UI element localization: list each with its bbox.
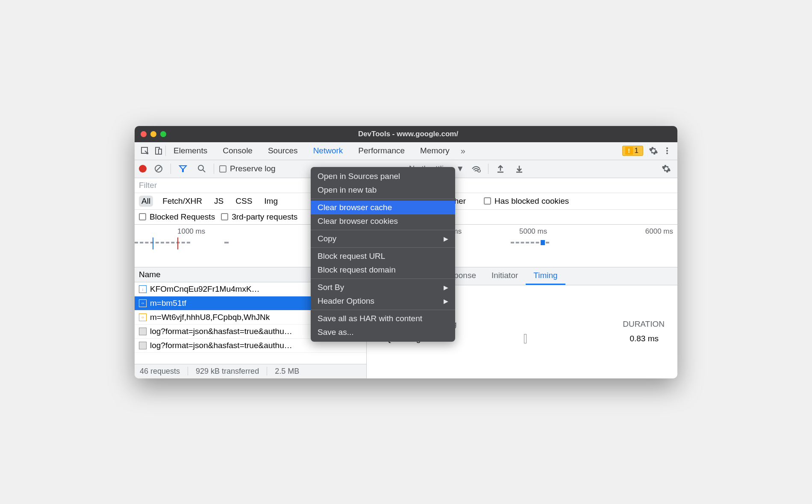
devtools-window: DevTools - www.google.com/ Elements Cons… [135,126,677,378]
blocked-requests-checkbox[interactable] [139,213,146,220]
preserve-log-label: Preserve log [230,164,276,173]
minimize-window-button[interactable] [150,131,156,137]
ctx-save-as[interactable]: Save as... [311,325,455,339]
ctx-clear-cookies[interactable]: Clear browser cookies [311,214,455,228]
subtab-timing[interactable]: Timing [526,267,565,285]
more-tabs-button[interactable]: » [457,146,469,156]
status-transferred: 929 kB transferred [196,367,259,376]
record-button[interactable] [139,165,147,173]
status-requests: 46 requests [140,367,180,376]
ctx-open-sources[interactable]: Open in Sources panel [311,170,455,183]
network-settings-icon[interactable] [659,162,673,176]
svg-line-7 [156,167,161,171]
preserve-log-checkbox[interactable] [219,165,227,173]
filter-img[interactable]: Img [262,196,280,207]
main-tabs: Elements Console Sources Network Perform… [135,142,677,160]
preserve-log-option[interactable]: Preserve log [219,164,276,173]
timing-queue-time: 0.83 ms [630,334,659,343]
svg-line-9 [203,170,205,172]
queueing-bar [524,334,527,343]
ctx-clear-cache[interactable]: Clear browser cache [311,201,455,214]
traffic-lights [141,131,166,137]
filter-js[interactable]: JS [212,196,226,207]
timing-duration-label: DURATION [623,319,665,329]
warnings-badge[interactable]: ! 1 [622,146,643,156]
device-toolbar-icon[interactable] [152,144,165,158]
chevron-right-icon: ▶ [444,284,448,291]
maximize-window-button[interactable] [160,131,166,137]
timeline-mark-6: 6000 ms [645,227,673,236]
status-bar: 46 requests 929 kB transferred 2.5 MB [135,364,366,378]
has-blocked-cookies-option[interactable]: Has blocked cookies [484,196,569,206]
script-file-icon: ‹› [139,314,147,321]
tab-performance[interactable]: Performance [350,142,412,160]
filter-fetch-xhr[interactable]: Fetch/XHR [160,196,205,207]
filter-css[interactable]: CSS [233,196,255,207]
chevron-right-icon: ▶ [444,298,448,305]
clear-icon[interactable] [152,162,165,176]
inspect-icon[interactable] [138,144,152,158]
blocked-requests-label: Blocked Requests [150,212,215,222]
svg-point-3 [666,147,668,149]
warning-count: 1 [635,147,638,155]
request-name: m=Wt6vjf,hhhU8,FCpbqb,WhJNk [150,313,270,322]
svg-point-10 [478,170,480,172]
svg-rect-2 [159,149,162,154]
request-name: log?format=json&hasfast=true&authu… [150,327,292,336]
thirdparty-option[interactable]: 3rd-party requests [221,212,297,222]
font-file-icon: ↓ [139,285,147,293]
xhr-file-icon [139,342,147,349]
tab-console[interactable]: Console [215,142,260,160]
ctx-block-url[interactable]: Block request URL [311,249,455,263]
search-icon[interactable] [195,162,209,176]
blocked-cookies-label: Has blocked cookies [494,196,569,206]
request-name: m=bm51tf [150,299,186,308]
ctx-sort-by[interactable]: Sort By▶ [311,281,455,294]
settings-icon[interactable] [647,144,660,158]
status-resources: 2.5 MB [275,367,299,376]
tab-network[interactable]: Network [306,142,351,160]
ctx-save-har[interactable]: Save all as HAR with content [311,312,455,325]
subtab-initiator[interactable]: Initiator [484,267,526,285]
ctx-header-options[interactable]: Header Options▶ [311,294,455,308]
chevron-down-icon: ▼ [456,164,464,173]
tab-memory[interactable]: Memory [412,142,457,160]
kebab-menu-icon[interactable] [660,144,674,158]
script-file-icon: ‹› [139,299,147,307]
chevron-right-icon: ▶ [444,235,448,242]
upload-icon[interactable] [494,162,507,176]
svg-point-4 [666,150,668,152]
svg-point-8 [198,165,203,170]
tab-elements[interactable]: Elements [166,142,215,160]
svg-point-5 [666,152,668,154]
blocked-requests-option[interactable]: Blocked Requests [139,212,215,222]
network-conditions-icon[interactable] [469,162,483,176]
ctx-block-domain[interactable]: Block request domain [311,263,455,277]
timeline-mark-5: 5000 ms [519,227,547,236]
window-titlebar: DevTools - www.google.com/ [135,126,677,142]
request-name: log?format=json&hasfast=true&authu… [150,341,292,350]
timeline-mark-1: 1000 ms [177,227,205,236]
window-title: DevTools - www.google.com/ [166,130,650,138]
thirdparty-checkbox[interactable] [221,213,228,220]
blocked-cookies-checkbox[interactable] [484,197,491,205]
download-icon[interactable] [512,162,526,176]
filter-icon[interactable] [176,162,190,176]
ctx-open-new-tab[interactable]: Open in new tab [311,183,455,197]
thirdparty-label: 3rd-party requests [232,212,297,222]
tab-sources[interactable]: Sources [260,142,306,160]
request-name: KFOmCnqEu92Fr1Mu4mxK… [150,284,260,294]
xhr-file-icon [139,328,147,335]
warning-icon: ! [625,147,633,155]
ctx-copy[interactable]: Copy▶ [311,232,455,246]
close-window-button[interactable] [141,131,147,137]
filter-all[interactable]: All [139,196,153,207]
context-menu: Open in Sources panel Open in new tab Cl… [311,167,455,342]
